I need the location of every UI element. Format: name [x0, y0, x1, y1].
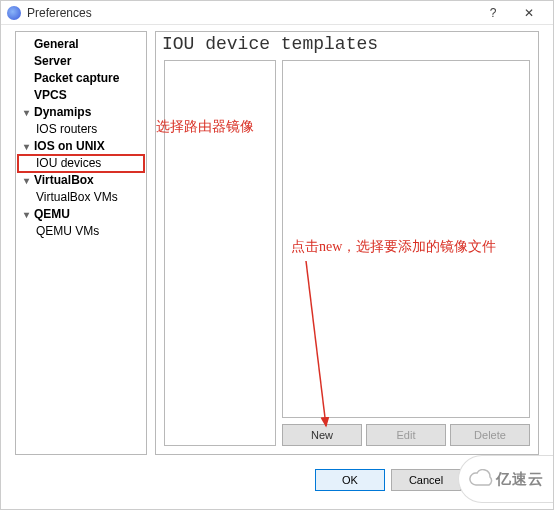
- new-button[interactable]: New: [282, 424, 362, 446]
- navigation-tree[interactable]: General Server Packet capture VPCS ▾Dyna…: [16, 32, 146, 244]
- navigation-tree-panel: General Server Packet capture VPCS ▾Dyna…: [15, 31, 147, 455]
- tree-item-server[interactable]: Server: [18, 53, 144, 70]
- cancel-button[interactable]: Cancel: [391, 469, 461, 491]
- tree-item-virtualbox-vms[interactable]: VirtualBox VMs: [18, 189, 144, 206]
- preferences-window: Preferences ? ✕ General Server Packet ca…: [0, 0, 554, 510]
- cloud-icon: [468, 469, 496, 489]
- page-title: IOU device templates: [156, 32, 538, 56]
- tree-item-qemu-vms[interactable]: QEMU VMs: [18, 223, 144, 240]
- content-area: General Server Packet capture VPCS ▾Dyna…: [15, 31, 539, 495]
- edit-button[interactable]: Edit: [366, 424, 446, 446]
- chevron-down-icon: ▾: [24, 138, 34, 155]
- tree-item-dynamips[interactable]: ▾Dynamips: [18, 104, 144, 121]
- template-button-row: New Edit Delete: [282, 424, 530, 446]
- close-button[interactable]: ✕: [511, 1, 547, 25]
- template-detail: [282, 60, 530, 418]
- tree-item-general[interactable]: General: [18, 36, 144, 53]
- tree-item-packet-capture[interactable]: Packet capture: [18, 70, 144, 87]
- titlebar: Preferences ? ✕: [1, 1, 553, 25]
- chevron-down-icon: ▾: [24, 206, 34, 223]
- tree-item-vpcs[interactable]: VPCS: [18, 87, 144, 104]
- app-icon: [7, 6, 21, 20]
- chevron-down-icon: ▾: [24, 104, 34, 121]
- delete-button[interactable]: Delete: [450, 424, 530, 446]
- window-title: Preferences: [27, 6, 475, 20]
- watermark-badge: 亿速云: [458, 455, 553, 503]
- tree-item-ios-routers[interactable]: IOS routers: [18, 121, 144, 138]
- template-list[interactable]: [164, 60, 276, 446]
- tree-item-iou-devices[interactable]: IOU devices: [18, 155, 144, 172]
- chevron-down-icon: ▾: [24, 172, 34, 189]
- main-panel: IOU device templates New Edit Delete: [155, 31, 539, 455]
- tree-item-qemu[interactable]: ▾QEMU: [18, 206, 144, 223]
- help-button[interactable]: ?: [475, 1, 511, 25]
- ok-button[interactable]: OK: [315, 469, 385, 491]
- watermark-text: 亿速云: [496, 470, 544, 489]
- tree-item-ios-on-unix[interactable]: ▾IOS on UNIX: [18, 138, 144, 155]
- tree-item-virtualbox[interactable]: ▾VirtualBox: [18, 172, 144, 189]
- main-body: New Edit Delete: [164, 60, 530, 446]
